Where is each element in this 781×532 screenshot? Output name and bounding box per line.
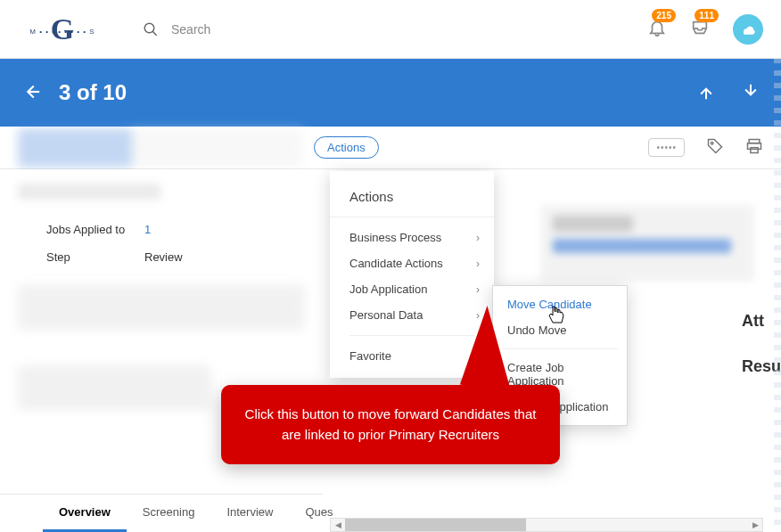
- svg-line-1: [152, 31, 157, 36]
- redacted-name: [18, 128, 303, 168]
- menu-item-label: Candidate Actions: [349, 257, 443, 270]
- next-button[interactable]: [742, 83, 760, 103]
- tab-screening[interactable]: Screening: [127, 495, 211, 532]
- jobs-applied-label: Jobs Applied to: [46, 223, 144, 236]
- dropdown-title: Actions: [330, 189, 494, 217]
- resume-heading: Resu: [742, 357, 781, 376]
- profile-button[interactable]: [733, 14, 763, 45]
- attachments-heading: Att: [742, 312, 781, 331]
- step-value: Review: [144, 250, 183, 264]
- inbox-button[interactable]: 111: [690, 18, 710, 40]
- menu-business-process[interactable]: Business Process ›: [330, 225, 494, 250]
- notifications-button[interactable]: 215: [647, 18, 667, 40]
- redacted-block: [18, 285, 305, 330]
- cloud-icon: [739, 20, 757, 38]
- svg-rect-8: [751, 148, 758, 153]
- tag-button[interactable]: [706, 137, 724, 158]
- redacted-block: [18, 365, 211, 410]
- menu-candidate-actions[interactable]: Candidate Actions ›: [330, 250, 494, 276]
- header-title: 3 of 10: [59, 80, 697, 105]
- svg-point-0: [144, 23, 154, 33]
- menu-item-label: Job Application: [349, 282, 427, 296]
- menu-item-label: Business Process: [349, 231, 441, 244]
- search-input[interactable]: [171, 22, 349, 37]
- tabs: Overview Screening Interview Ques: [0, 494, 323, 532]
- redacted-card: [540, 205, 754, 282]
- tab-interview[interactable]: Interview: [210, 495, 289, 532]
- scroll-right-button[interactable]: ▶: [748, 519, 762, 531]
- chevron-right-icon: ›: [476, 283, 480, 296]
- horizontal-scrollbar[interactable]: ◀ ▶: [330, 518, 763, 532]
- print-button[interactable]: [745, 137, 763, 158]
- search-icon: [143, 21, 159, 37]
- svg-point-5: [711, 142, 713, 144]
- chevron-right-icon: ›: [476, 258, 480, 270]
- top-nav: G M • • • • • • • • S 215 111: [0, 0, 781, 59]
- print-icon: [745, 137, 763, 155]
- logo[interactable]: G M • • • • • • • • S: [9, 12, 116, 47]
- back-button[interactable]: [21, 82, 41, 104]
- notifications-badge: 215: [652, 9, 676, 22]
- step-label: Step: [46, 250, 144, 264]
- arrow-down-icon: [742, 83, 760, 101]
- left-column: Jobs Applied to 1 Step Review Overview S…: [0, 169, 323, 532]
- page-header: 3 of 10: [0, 59, 781, 127]
- drag-handle[interactable]: •••••: [648, 138, 685, 157]
- scroll-thumb[interactable]: [345, 519, 526, 531]
- callout-text: Click this button to move forward Candid…: [245, 406, 537, 442]
- instruction-callout: Click this button to move forward Candid…: [221, 385, 560, 464]
- tab-overview[interactable]: Overview: [43, 495, 127, 532]
- scroll-track[interactable]: [345, 519, 748, 531]
- menu-item-label: Personal Data: [349, 308, 423, 322]
- tag-icon: [706, 137, 724, 155]
- search-wrap: [143, 21, 647, 37]
- chevron-right-icon: ›: [476, 232, 480, 244]
- menu-job-application[interactable]: Job Application ›: [330, 276, 494, 302]
- action-bar: Actions •••••: [0, 127, 781, 169]
- actions-button[interactable]: Actions: [314, 136, 379, 159]
- jobs-applied-value[interactable]: 1: [144, 223, 151, 236]
- inbox-badge: 111: [695, 9, 719, 22]
- redacted-text: [18, 184, 160, 200]
- menu-item-label: Favorite: [349, 349, 391, 363]
- arrow-left-icon: [21, 82, 41, 102]
- scroll-left-button[interactable]: ◀: [331, 519, 345, 531]
- prev-button[interactable]: [697, 83, 715, 103]
- arrow-up-icon: [697, 83, 715, 101]
